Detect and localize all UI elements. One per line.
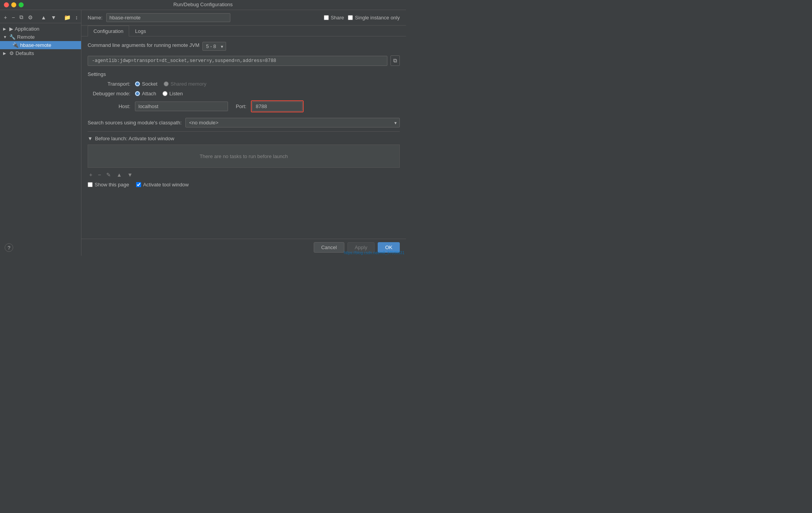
sidebar: + − ⧉ ⚙ ▲ ▼ 📁 ↕ ▶ ▶ Application [0, 10, 81, 256]
name-label: Name: [88, 15, 102, 21]
transport-socket-text: Socket [142, 81, 157, 87]
sidebar-item-label: Remote [17, 34, 35, 40]
copy-cmd-button[interactable]: ⧉ [390, 55, 400, 66]
debugger-mode-row: Debugger mode: Attach Listen [88, 91, 400, 96]
window-title: Run/Debug Configurations [173, 2, 233, 7]
single-instance-checkbox[interactable] [348, 15, 353, 20]
activate-window-label: Activate tool window [143, 182, 189, 188]
sidebar-item-label: Defaults [16, 50, 34, 56]
host-label: Host: [88, 103, 130, 109]
port-input-highlight [251, 100, 304, 112]
sort-button[interactable]: ↕ [74, 14, 79, 21]
classpath-label: Search sources using module's classpath: [88, 120, 181, 126]
content-panel: Name: Share Single instance only Confi [81, 10, 406, 256]
application-icon: ▶ [9, 26, 13, 32]
sidebar-item-remote[interactable]: ▼ 🔧 Remote [0, 33, 81, 41]
debugger-attach-label[interactable]: Attach [135, 91, 156, 96]
classpath-select[interactable]: <no module> [185, 118, 400, 127]
chevron-right-icon: ▶ [3, 27, 8, 31]
version-select-wrap: 5 - 8 9+ ▼ [202, 42, 226, 51]
debugger-attach-radio[interactable] [135, 91, 140, 96]
single-instance-label: Single instance only [355, 15, 400, 21]
debugger-listen-radio[interactable] [162, 91, 168, 96]
show-page-label: Show this page [95, 182, 129, 188]
port-label: Port: [236, 103, 246, 109]
launch-toolbar: + − ✎ ▲ ▼ [88, 171, 400, 179]
settings-config-button[interactable]: ⚙ [26, 14, 35, 21]
host-input[interactable] [135, 102, 228, 111]
remote-icon: 🔧 [9, 34, 16, 40]
before-launch-header[interactable]: ▼ Before launch: Activate tool window [88, 136, 400, 141]
settings-title: Settings [88, 71, 400, 77]
move-task-down-button[interactable]: ▼ [126, 171, 134, 179]
remove-task-button[interactable]: − [96, 171, 102, 179]
transport-shared-text: Shared memory [171, 81, 206, 87]
debugger-listen-label[interactable]: Listen [162, 91, 183, 96]
maximize-button[interactable] [19, 2, 24, 7]
share-checkbox[interactable] [324, 15, 329, 20]
transport-radio-group: Socket Shared memory [135, 81, 206, 87]
sidebar-item-label: hbase-remote [20, 42, 51, 48]
debugger-listen-text: Listen [169, 91, 183, 96]
minimize-button[interactable] [11, 2, 16, 7]
transport-shared-radio[interactable] [164, 81, 169, 86]
debugger-mode-radio-group: Attach Listen [135, 91, 183, 96]
chevron-right-icon: ▶ [3, 51, 8, 55]
sidebar-item-label: Application [15, 26, 40, 32]
activate-window-checkbox-label[interactable]: Activate tool window [136, 182, 189, 188]
transport-shared-label[interactable]: Shared memory [164, 81, 206, 87]
move-task-up-button[interactable]: ▲ [115, 171, 123, 179]
folder-button[interactable]: 📁 [62, 14, 72, 21]
transport-socket-label[interactable]: Socket [135, 81, 157, 87]
cmd-value-box: ⧉ [88, 55, 400, 66]
config-content: Command line arguments for running remot… [81, 36, 406, 239]
tabs-row: Configuration Logs [81, 26, 406, 36]
bottom-checkboxes: Show this page Activate tool window [88, 182, 400, 188]
before-launch-section: ▼ Before launch: Activate tool window Th… [88, 131, 400, 188]
show-page-checkbox-label[interactable]: Show this page [88, 182, 129, 188]
header-actions: Share Single instance only [324, 15, 400, 21]
settings-section: Settings Transport: Socket Shared memory [88, 71, 400, 112]
copy-config-button[interactable]: ⧉ [18, 13, 25, 21]
version-select[interactable]: 5 - 8 9+ [202, 42, 226, 51]
tab-configuration[interactable]: Configuration [88, 26, 129, 36]
move-down-button[interactable]: ▼ [49, 14, 58, 21]
cmd-value-input[interactable] [88, 56, 387, 66]
chevron-down-icon: ▼ [3, 35, 8, 39]
sidebar-item-hbase-remote[interactable]: 🔌 hbase-remote [0, 41, 81, 49]
host-port-row: Host: Port: [88, 100, 400, 112]
add-config-button[interactable]: + [2, 14, 9, 21]
chevron-down-icon: ▼ [88, 136, 93, 141]
defaults-icon: ⚙ [9, 50, 14, 56]
window-controls [4, 2, 24, 7]
title-bar: Run/Debug Configurations [0, 0, 406, 10]
tab-logs[interactable]: Logs [129, 26, 152, 36]
classpath-select-wrap: <no module> ▼ [185, 118, 400, 127]
cmd-label: Command line arguments for running remot… [88, 42, 199, 48]
add-task-button[interactable]: + [88, 171, 94, 179]
port-input[interactable] [252, 102, 302, 111]
config-tree: ▶ ▶ Application ▼ 🔧 Remote 🔌 hbase-remot… [0, 23, 81, 59]
move-up-button[interactable]: ▲ [39, 14, 48, 21]
edit-task-button[interactable]: ✎ [105, 171, 112, 179]
before-launch-title: Before launch: Activate tool window [95, 136, 174, 141]
cmd-row: Command line arguments for running remot… [88, 42, 400, 51]
name-input[interactable] [106, 13, 230, 22]
debugger-mode-label: Debugger mode: [88, 91, 130, 96]
show-page-checkbox[interactable] [88, 182, 93, 187]
sidebar-toolbar: + − ⧉ ⚙ ▲ ▼ 📁 ↕ [0, 12, 81, 23]
single-instance-checkbox-label[interactable]: Single instance only [348, 15, 400, 21]
help-button[interactable]: ? [5, 243, 13, 252]
share-checkbox-label[interactable]: Share [324, 15, 344, 21]
close-button[interactable] [4, 2, 9, 7]
debugger-attach-text: Attach [142, 91, 156, 96]
sidebar-item-application[interactable]: ▶ ▶ Application [0, 25, 81, 33]
remove-config-button[interactable]: − [10, 14, 16, 21]
cancel-button[interactable]: Cancel [314, 242, 344, 253]
transport-socket-radio[interactable] [135, 81, 140, 86]
remote-config-icon: 🔌 [12, 42, 19, 48]
activate-window-checkbox[interactable] [136, 182, 141, 187]
name-row: Name: Share Single instance only [81, 10, 406, 26]
watermark: https://blog.csdn.net/m0_37039331 [344, 251, 404, 255]
sidebar-item-defaults[interactable]: ▶ ⚙ Defaults [0, 49, 81, 57]
